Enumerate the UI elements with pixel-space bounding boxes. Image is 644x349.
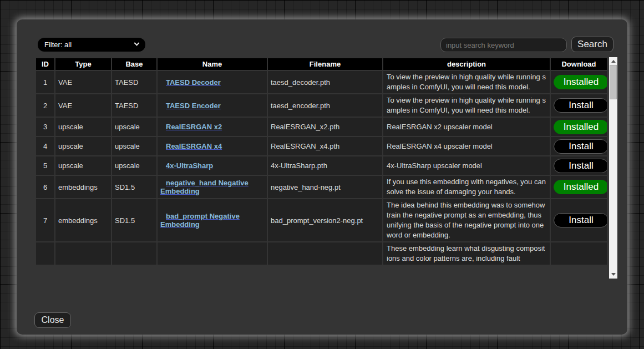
cell-download: Installed [551, 118, 607, 136]
cell-download: Install [551, 156, 607, 175]
install-button[interactable]: Install [554, 159, 607, 173]
model-name-link[interactable]: 4x-UltraSharp [160, 161, 264, 170]
cell-base: TAESD [112, 71, 156, 93]
cell-download: Install [551, 199, 607, 241]
filter-select[interactable]: Filter: all [38, 38, 145, 52]
cell-download: Install [551, 137, 607, 155]
filter-select-label: Filter: all [44, 41, 72, 49]
cell-type: embeddings [55, 199, 111, 241]
cell-id: 2 [36, 94, 54, 117]
models-table-viewport: ID Type Base Name Filename description D… [35, 57, 609, 279]
column-header-base: Base [112, 58, 156, 70]
column-header-description: description [383, 58, 550, 70]
cell-type: VAE [55, 71, 111, 93]
installed-button[interactable]: Installed [554, 120, 607, 134]
install-button[interactable]: Install [554, 213, 607, 227]
cell-base: upscale [112, 118, 156, 136]
cell-id: 6 [36, 176, 54, 198]
table-header-row: ID Type Base Name Filename description D… [36, 58, 607, 70]
install-button[interactable]: Install [554, 98, 607, 113]
cell-filename: 4x-UltraSharp.pth [268, 156, 382, 175]
comfyui-canvas: { "modal": { "filter": { "label": "Filte… [0, 0, 644, 349]
cell-filename: RealESRGAN_x4.pth [268, 137, 382, 155]
install-models-dialog: Filter: all Search ID Type Base Name Fil… [17, 19, 627, 335]
table-row: 5 upscale upscale 4x-UltraSharp 4x-Ultra… [36, 156, 607, 175]
column-header-download: Download [551, 58, 607, 70]
installed-button[interactable]: Installed [554, 75, 607, 89]
cell-description: The idea behind this embedding was to so… [383, 199, 550, 241]
cell-description: These embedding learn what disgusting co… [383, 242, 550, 265]
cell-download: Install [551, 94, 607, 117]
cell-name: TAESD Encoder [158, 94, 267, 117]
scrollbar-thumb[interactable] [610, 65, 617, 99]
triangle-down-icon [611, 273, 616, 276]
table-row: 6 embeddings SD1.5 negative_hand Negativ… [36, 176, 607, 198]
table-row-partial: These embedding learn what disgusting co… [36, 242, 607, 265]
table-row: 4 upscale upscale RealESRGAN x4 RealESRG… [36, 137, 607, 155]
scrollbar-up-icon[interactable] [609, 58, 617, 65]
model-name-link[interactable]: RealESRGAN x4 [160, 142, 264, 150]
table-row: 3 upscale upscale RealESRGAN x2 RealESRG… [36, 118, 607, 136]
cell-base: SD1.5 [112, 199, 156, 241]
cell-id: 5 [36, 156, 54, 175]
cell-description: RealESRGAN x2 upscaler model [383, 118, 550, 136]
cell-base: SD1.5 [112, 176, 156, 198]
model-name-link[interactable]: TAESD Decoder [160, 78, 264, 87]
cell-type: upscale [55, 137, 111, 155]
cell-id: 7 [36, 199, 54, 241]
model-name-link[interactable]: RealESRGAN x2 [160, 123, 264, 131]
cell-description: 4x-UltraSharp upscaler model [383, 156, 550, 175]
column-header-type: Type [55, 58, 111, 70]
cell-type: upscale [55, 156, 111, 175]
cell-filename [268, 242, 382, 265]
cell-name: bad_prompt Negative Embedding [158, 199, 267, 241]
cell-name: TAESD Decoder [158, 71, 267, 93]
installed-button[interactable]: Installed [554, 180, 607, 194]
cell-name: negative_hand Negative Embedding [158, 176, 267, 198]
cell-id: 4 [36, 137, 54, 155]
cell-name: 4x-UltraSharp [158, 156, 267, 175]
search-button[interactable]: Search [571, 37, 613, 52]
search-input[interactable] [440, 38, 567, 52]
cell-name: RealESRGAN x2 [158, 118, 267, 136]
column-header-name: Name [158, 58, 267, 70]
cell-description: To view the preview in high quality whil… [383, 94, 550, 117]
cell-type: upscale [55, 118, 111, 136]
cell-base: upscale [112, 137, 156, 155]
cell-id [36, 242, 54, 265]
install-button[interactable]: Install [554, 139, 607, 154]
cell-type: VAE [55, 94, 111, 117]
cell-type [55, 242, 111, 265]
cell-type: embeddings [55, 176, 111, 198]
table-row: 1 VAE TAESD TAESD Decoder taesd_decoder.… [36, 71, 607, 93]
cell-filename: RealESRGAN_x2.pth [268, 118, 382, 136]
scrollbar-down-icon[interactable] [609, 271, 617, 278]
cell-download [551, 242, 607, 265]
cell-base [112, 242, 156, 265]
cell-id: 1 [36, 71, 54, 93]
table-row: 2 VAE TAESD TAESD Encoder taesd_encoder.… [36, 94, 607, 117]
cell-base: upscale [112, 156, 156, 175]
cell-name [158, 242, 267, 265]
cell-description: RealESRGAN x4 upscaler model [383, 137, 550, 155]
table-row: 7 embeddings SD1.5 bad_prompt Negative E… [36, 199, 607, 241]
column-header-filename: Filename [268, 58, 382, 70]
cell-filename: taesd_decoder.pth [268, 71, 382, 93]
triangle-up-icon [611, 60, 616, 63]
model-name-link[interactable]: TAESD Encoder [160, 102, 264, 110]
cell-base: TAESD [112, 94, 156, 117]
model-name-link[interactable]: negative_hand Negative Embedding [160, 179, 264, 195]
cell-download: Installed [551, 71, 607, 93]
chevron-down-icon [134, 41, 140, 46]
close-button[interactable]: Close [34, 312, 71, 328]
cell-description: To view the preview in high quality whil… [383, 71, 550, 93]
cell-filename: negative_hand-neg.pt [268, 176, 382, 198]
cell-id: 3 [36, 118, 54, 136]
models-table: ID Type Base Name Filename description D… [35, 57, 608, 266]
cell-description: If you use this embedding with negatives… [383, 176, 550, 198]
table-scrollbar[interactable] [609, 57, 617, 279]
cell-name: RealESRGAN x4 [158, 137, 267, 155]
model-name-link[interactable]: bad_prompt Negative Embedding [160, 212, 264, 229]
cell-filename: taesd_encoder.pth [268, 94, 382, 117]
cell-download: Installed [551, 176, 607, 198]
